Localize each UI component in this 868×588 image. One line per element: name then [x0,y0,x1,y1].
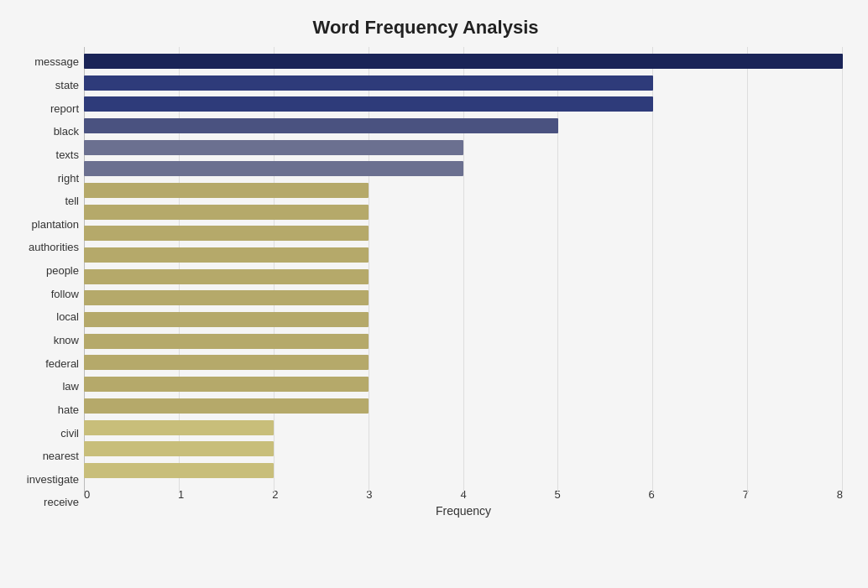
bar-tell [84,183,369,198]
bar-row-report [84,95,843,113]
y-label-right: right [8,173,84,184]
bar-row-investigate [84,440,843,458]
bar-follow [84,269,369,284]
y-label-nearest: nearest [8,450,84,461]
y-label-message: message [8,56,84,67]
y-labels: messagestatereportblacktextsrighttellpla… [8,47,84,518]
y-label-texts: texts [8,149,84,160]
bar-row-state [84,74,843,92]
y-label-state: state [8,80,84,91]
bar-know [84,312,369,327]
bar-state [84,75,653,91]
y-label-investigate: investigate [8,474,84,485]
bar-right [84,161,463,176]
y-label-black: black [8,126,84,137]
y-label-hate: hate [8,404,84,415]
y-label-receive: receive [8,497,84,507]
bar-row-receive [84,461,843,480]
bar-nearest [84,420,274,435]
y-label-follow: follow [8,289,84,299]
y-label-civil: civil [8,428,84,439]
bar-row-law [84,353,843,372]
y-label-tell: tell [8,195,84,206]
bar-row-message [84,52,843,70]
bar-people [84,247,369,263]
bar-row-hate [84,375,843,393]
y-label-law: law [8,381,84,392]
bar-local [84,290,369,305]
y-label-federal: federal [8,358,84,369]
bar-receive [84,463,274,478]
bar-row-follow [84,268,843,286]
bar-law [84,355,369,370]
bar-texts [84,140,463,155]
bar-row-texts [84,138,843,157]
bar-message [84,54,843,69]
bar-row-nearest [84,419,843,437]
bar-row-know [84,310,843,329]
bar-row-authorities [84,224,843,242]
bar-row-right [84,159,843,178]
bar-civil [84,398,369,414]
bar-plantation [84,205,369,220]
chart-area: messagestatereportblacktextsrighttellpla… [8,47,843,518]
x-axis-title: Frequency [84,504,843,518]
bars-wrapper [84,47,843,485]
bar-row-local [84,289,843,307]
bars-and-grid: 012345678 Frequency [84,47,843,518]
y-label-know: know [8,335,84,346]
bar-row-federal [84,332,843,351]
bar-authorities [84,226,369,241]
y-label-report: report [8,103,84,114]
bar-investigate [84,441,274,456]
chart-title: Word Frequency Analysis [8,17,843,39]
bar-report [84,96,653,112]
bar-row-black [84,117,843,135]
bar-row-plantation [84,203,843,221]
bar-row-people [84,246,843,264]
bar-hate [84,377,369,392]
bar-federal [84,334,369,349]
y-label-people: people [8,265,84,276]
y-label-plantation: plantation [8,219,84,230]
y-label-authorities: authorities [8,242,84,252]
bar-row-tell [84,181,843,200]
bar-black [84,118,558,133]
bar-row-civil [84,397,843,415]
y-label-local: local [8,311,84,322]
chart-container: Word Frequency Analysis messagestaterepo… [0,0,868,588]
